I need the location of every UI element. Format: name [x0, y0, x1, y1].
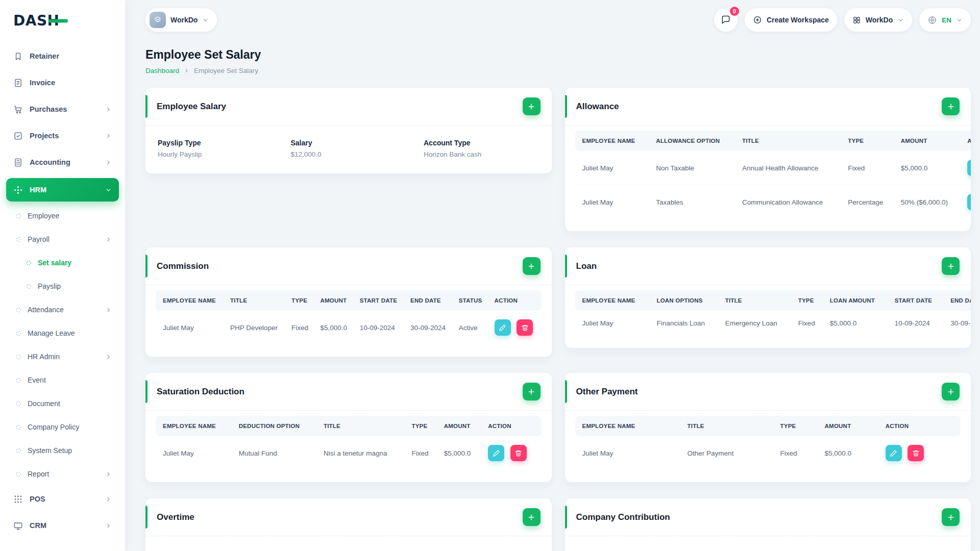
table-cell: $5,000.0 — [896, 151, 963, 185]
workspace-switcher[interactable]: WorkDo — [145, 8, 217, 32]
add-commission-button[interactable] — [523, 257, 541, 275]
create-workspace-button[interactable]: Create Workspace — [745, 8, 837, 32]
sidebar-item-employee[interactable]: Employee — [6, 204, 119, 228]
workspace-name: WorkDo — [170, 16, 198, 24]
loan-card: Loan EMPLOYEE NAME LOAN OPTIONS TITLE TY… — [565, 247, 971, 348]
sidebar-item-set-salary[interactable]: Set salary — [6, 251, 119, 274]
column-header: ACTION — [483, 416, 541, 436]
grid-dots-icon — [13, 494, 23, 504]
table-row: Juliet May PHP Developer Fixed $5,000.0 … — [156, 311, 542, 344]
add-overtime-button[interactable] — [523, 508, 541, 526]
breadcrumb-dashboard-link[interactable]: Dashboard — [145, 67, 179, 74]
add-company-contribution-button[interactable] — [942, 508, 960, 526]
sidebar-item-label: Retainer — [30, 52, 59, 60]
field-account-type: Account Type Horizon Bank cash — [424, 139, 540, 158]
card-body — [145, 536, 552, 551]
monitor-icon — [13, 521, 23, 531]
edit-button[interactable] — [967, 194, 971, 210]
sidebar-item-attendance[interactable]: Attendance — [6, 298, 119, 321]
table-cell: Fixed — [775, 436, 820, 470]
company-icon — [150, 12, 166, 28]
add-employee-salary-button[interactable] — [523, 97, 541, 115]
add-saturation-deduction-button[interactable] — [523, 383, 541, 400]
edit-button[interactable] — [495, 319, 511, 336]
column-header: AMOUNT — [315, 290, 354, 311]
table-container: EMPLOYEE NAME DEDUCTION OPTION TITLE TYP… — [145, 411, 552, 482]
allowance-table: EMPLOYEE NAME ALLOWANCE OPTION TITLE TYP… — [575, 131, 971, 219]
table-cell: 50% ($6,000.0) — [896, 185, 963, 219]
main-area: WorkDo 0 Create Workspace WorkDo — [125, 0, 980, 551]
table-container: EMPLOYEE NAME TITLE TYPE AMOUNT START DA… — [145, 285, 552, 357]
sidebar-item-manage-leave[interactable]: Manage Leave — [6, 321, 119, 345]
column-header: END DATE — [945, 290, 971, 311]
bullet-icon — [16, 237, 21, 242]
sidebar-item-invoice[interactable]: Invoice — [6, 69, 119, 96]
plus-icon — [527, 513, 535, 521]
sidebar-item-crm[interactable]: CRM — [6, 512, 119, 539]
messages-button[interactable]: 0 — [714, 8, 738, 32]
sidebar-item-hrm[interactable]: HRM — [6, 178, 119, 202]
apps-menu-button[interactable]: WorkDo — [844, 8, 912, 32]
sidebar-item-purchases[interactable]: Purchases — [6, 96, 119, 122]
sidebar-item-label: Event — [28, 376, 46, 384]
sidebar-item-pos[interactable]: POS — [6, 486, 119, 512]
sidebar-item-event[interactable]: Event — [6, 368, 119, 392]
column-header: TITLE — [682, 416, 775, 436]
sidebar-item-report[interactable]: Report — [6, 462, 119, 486]
field-value: $12,000.0 — [290, 151, 424, 158]
pencil-icon — [890, 449, 897, 457]
chevron-right-icon — [105, 522, 112, 529]
sidebar-item-label: Payroll — [28, 235, 50, 243]
column-header: EMPLOYEE NAME — [156, 416, 234, 436]
table-cell: $5,000.0 — [825, 311, 890, 336]
edit-button[interactable] — [488, 445, 504, 461]
sidebar-item-payroll[interactable]: Payroll — [6, 228, 119, 251]
table-cell: Juliet May — [575, 151, 651, 185]
column-header: ACTION — [962, 131, 971, 151]
actions-cell — [962, 185, 971, 219]
bullet-icon — [16, 331, 21, 336]
table-cell: 30-09-2024 — [945, 311, 971, 336]
add-allowance-button[interactable] — [942, 97, 960, 115]
sidebar-item-system-setup[interactable]: System Setup — [6, 439, 119, 462]
column-header: TYPE — [843, 131, 896, 151]
sidebar: DASH Retainer Invoice Purchases Projects — [0, 0, 125, 551]
language-selector[interactable]: EN — [919, 8, 971, 32]
card-title: Saturation Deduction — [157, 387, 244, 397]
brand-logo[interactable]: DASH — [0, 0, 125, 41]
loan-table: EMPLOYEE NAME LOAN OPTIONS TITLE TYPE LO… — [575, 290, 971, 336]
sidebar-item-hr-admin[interactable]: HR Admin — [6, 345, 119, 368]
sidebar-item-accounting[interactable]: Accounting — [6, 149, 119, 176]
table-cell: Non Taxable — [651, 151, 737, 185]
commission-table: EMPLOYEE NAME TITLE TYPE AMOUNT START DA… — [156, 290, 542, 344]
table-cell: Annual Health Allowance — [737, 151, 843, 185]
column-header: EMPLOYEE NAME — [575, 290, 652, 311]
table-cell: Fixed — [406, 436, 438, 470]
trash-icon — [912, 449, 920, 457]
sidebar-item-projects[interactable]: Projects — [6, 122, 119, 149]
overtime-card: Overtime — [145, 498, 552, 551]
sidebar-item-label: Document — [28, 399, 60, 408]
sidebar-item-retainer[interactable]: Retainer — [6, 43, 119, 69]
column-header: ACTION — [880, 416, 961, 436]
sidebar-item-payslip[interactable]: Payslip — [6, 274, 119, 298]
create-workspace-label: Create Workspace — [767, 16, 829, 24]
add-other-payment-button[interactable] — [942, 383, 960, 400]
delete-button[interactable] — [517, 319, 533, 336]
delete-button[interactable] — [510, 445, 527, 461]
chevron-right-icon — [105, 496, 112, 503]
edit-button[interactable] — [886, 445, 902, 461]
add-loan-button[interactable] — [942, 257, 960, 275]
sidebar-item-company-policy[interactable]: Company Policy — [6, 415, 119, 439]
column-header: LOAN OPTIONS — [651, 290, 720, 311]
sidebar-item-document[interactable]: Document — [6, 392, 119, 415]
card-title: Other Payment — [576, 387, 638, 397]
chevron-right-icon — [105, 159, 112, 166]
app-root: DASH Retainer Invoice Purchases Projects — [0, 0, 980, 551]
column-header: START DATE — [890, 290, 945, 311]
card-header: Overtime — [145, 498, 552, 536]
edit-button[interactable] — [967, 160, 971, 176]
delete-button[interactable] — [908, 445, 924, 461]
calculator-icon — [13, 158, 23, 167]
sidebar-item-label: Accounting — [30, 158, 70, 166]
